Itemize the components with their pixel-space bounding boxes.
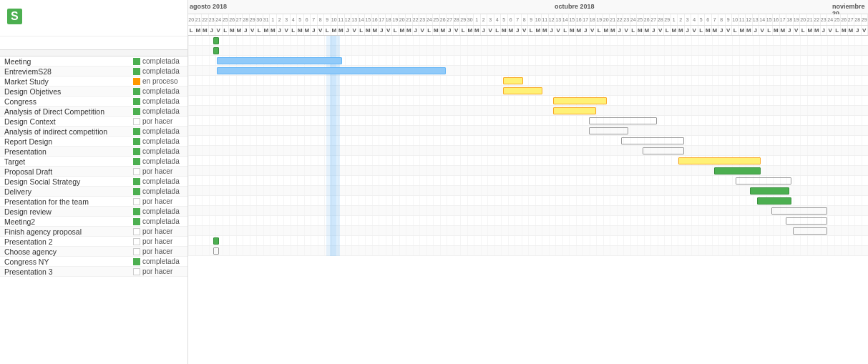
week-cell: M xyxy=(705,26,712,35)
activity-row: Design review completada xyxy=(0,207,187,217)
status-cell: completada xyxy=(133,257,183,265)
week-cell: L xyxy=(596,26,603,35)
status-dot xyxy=(133,268,140,275)
day-cell: 7 xyxy=(311,14,318,25)
week-cell: J xyxy=(617,26,624,35)
activity-name: Design review xyxy=(4,207,133,216)
week-cell: J xyxy=(277,26,284,35)
day-cell: 30 xyxy=(256,14,263,25)
activity-row: Analysis of indirect competition complet… xyxy=(0,127,187,137)
day-cell: 24 xyxy=(426,14,434,25)
status-dot xyxy=(133,188,140,195)
week-cell: M xyxy=(399,26,406,35)
day-cell: 23 xyxy=(821,14,828,25)
day-cell: 26 xyxy=(440,14,447,25)
gantt-row xyxy=(188,116,868,126)
day-cell: 21 xyxy=(807,14,814,25)
week-cell: J xyxy=(379,26,386,35)
status-dot xyxy=(133,248,140,255)
activity-name: Target xyxy=(4,157,133,166)
activity-row: Design Context por hacer xyxy=(0,117,187,127)
gantt-bar xyxy=(213,237,219,245)
status-cell: por hacer xyxy=(133,267,183,275)
gantt-bar xyxy=(213,37,219,44)
status-text: por hacer xyxy=(142,247,172,255)
week-cell: M xyxy=(542,26,549,35)
week-cell: M xyxy=(814,26,821,35)
week-cell: M xyxy=(508,26,515,35)
status-dot xyxy=(133,68,140,75)
gantt-bar xyxy=(217,67,446,74)
activity-row: EntreviemS28 completada xyxy=(0,67,187,77)
day-cell: 9 xyxy=(726,14,733,25)
week-cell: V xyxy=(454,26,461,35)
day-cell: 18 xyxy=(786,14,794,25)
gantt-row xyxy=(188,66,868,76)
day-cell: 20 xyxy=(188,14,195,25)
day-cell: 18 xyxy=(386,14,393,25)
gantt-row xyxy=(188,146,868,156)
day-cell: 20 xyxy=(800,14,807,25)
day-cell: 26 xyxy=(841,14,848,25)
status-cell: por hacer xyxy=(133,117,183,125)
gantt-row xyxy=(188,186,868,196)
status-cell: por hacer xyxy=(133,197,183,205)
activity-row: Finish agency proposal por hacer xyxy=(0,227,187,237)
week-cell: M xyxy=(535,26,542,35)
week-cell: J xyxy=(650,26,658,35)
day-cell: 6 xyxy=(508,14,515,25)
gantt-row xyxy=(188,226,868,236)
day-cell: 4 xyxy=(494,14,502,25)
week-cell: V xyxy=(555,26,562,35)
activity-name: Proposal Draft xyxy=(4,167,133,176)
status-text: completada xyxy=(142,57,180,65)
week-cell: M xyxy=(236,26,243,35)
day-cell: 15 xyxy=(365,14,372,25)
status-dot xyxy=(133,178,140,185)
week-cell: M xyxy=(440,26,447,35)
gantt-header: agosto 2018 octubre 2018 noviembre 20 20… xyxy=(188,0,868,36)
activity-name: Presentation xyxy=(4,147,133,156)
gantt-bar xyxy=(503,77,523,84)
week-cell: J xyxy=(549,26,556,35)
day-cell: 24 xyxy=(630,14,638,25)
status-cell: completada xyxy=(133,147,183,155)
week-cell: L xyxy=(256,26,263,35)
gantt-bar xyxy=(213,247,219,255)
week-cell: V xyxy=(794,26,801,35)
week-cell: V xyxy=(351,26,359,35)
activity-row: Design Objetives completada xyxy=(0,87,187,97)
week-cell: M xyxy=(304,26,311,35)
day-cell: 13 xyxy=(555,14,562,25)
activity-name: Market Study xyxy=(4,77,133,86)
day-cell: 30 xyxy=(467,14,474,25)
status-dot xyxy=(133,218,140,225)
day-cell: 10 xyxy=(535,14,542,25)
day-cell: 5 xyxy=(501,14,508,25)
status-text: completada xyxy=(142,187,180,195)
gantt-bar xyxy=(793,227,827,235)
activity-list: Meeting completada EntreviemS28 completa… xyxy=(0,56,187,277)
gantt-bar xyxy=(643,147,684,154)
activity-name: Analysis of Direct Competition xyxy=(4,107,133,116)
status-dot xyxy=(133,228,140,235)
status-dot xyxy=(133,118,140,125)
day-cell: 27 xyxy=(447,14,454,25)
week-cell: M xyxy=(297,26,304,35)
activity-name: Congress xyxy=(4,97,133,106)
day-cell: 28 xyxy=(454,14,461,25)
day-cell: 25 xyxy=(223,14,230,25)
day-cell: 31 xyxy=(263,14,270,25)
week-cell: M xyxy=(433,26,440,35)
day-cell: 10 xyxy=(732,14,739,25)
day-cell: 17 xyxy=(780,14,787,25)
day-cell: 22 xyxy=(413,14,420,25)
day-cell: 3 xyxy=(685,14,692,25)
day-cell: 16 xyxy=(773,14,780,25)
status-cell: completada xyxy=(133,177,183,185)
gantt-body xyxy=(188,36,868,256)
status-dot xyxy=(133,258,140,265)
gantt-bar xyxy=(757,197,791,205)
day-cell: 24 xyxy=(215,14,223,25)
day-cell: 4 xyxy=(291,14,298,25)
